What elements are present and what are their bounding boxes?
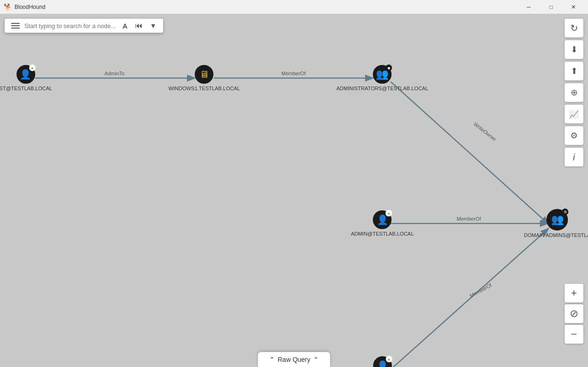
node-circle-user-admin: 👤 ● xyxy=(373,210,392,229)
main-area: A ⏮ ▼ AdminTo MemberOf WriteOwner Member… xyxy=(0,14,588,367)
raw-query-bar[interactable]: ⌃ Raw Query ⌃ xyxy=(258,352,330,367)
raw-query-chevron-up: ⌃ xyxy=(269,356,275,363)
node-label-user-st: ST@TESTLAB.LOCAL xyxy=(0,86,52,91)
edge-label-adminto: AdminTo xyxy=(105,71,125,76)
edge-label-memberof-1: MemberOf xyxy=(281,71,306,76)
hamburger-line-1 xyxy=(11,23,20,24)
node-badge-administrator: ● xyxy=(386,356,392,362)
upload-button[interactable]: ⬆ xyxy=(565,62,583,80)
node-label-admin: ADMIN@TESTLAB.LOCAL xyxy=(351,231,414,237)
maximize-button[interactable]: □ xyxy=(540,0,562,14)
node-circle-user-st: 👤 ● xyxy=(16,65,35,84)
titlebar-controls: ─ □ ✕ xyxy=(518,0,584,14)
node-label-domain-admins: DOMAIN ADMINS@TESTLA xyxy=(524,232,588,238)
font-size-button[interactable]: A xyxy=(120,21,130,31)
zoom-out-button[interactable]: − xyxy=(565,325,583,344)
node-circle-administrator: 👤 ● xyxy=(373,356,392,367)
settings-button[interactable]: ⚙ xyxy=(565,126,583,145)
zoom-controls: + ⊘ − xyxy=(565,284,583,344)
node-badge-user-st: ● xyxy=(29,65,36,71)
locate-button[interactable]: ⊕ xyxy=(565,83,583,102)
group-domain-admins-icon: 👥 xyxy=(551,214,564,226)
user-st-icon: 👤 xyxy=(20,69,31,80)
graph-edges xyxy=(0,14,588,367)
filter-button[interactable]: ▼ xyxy=(147,21,159,30)
node-badge-user-admin: ● xyxy=(386,210,392,216)
node-user-admin[interactable]: 👤 ● ADMIN@TESTLAB.LOCAL xyxy=(351,210,414,237)
node-label-windows1: WINDOWS1.TESTLAB.LOCAL xyxy=(169,86,240,91)
right-panel: ↻ ⬇ ⬆ ⊕ 📈 ⚙ i xyxy=(565,19,583,166)
titlebar-left: 🐕 BloodHound xyxy=(4,3,45,11)
node-computer-windows1[interactable]: 🖥 WINDOWS1.TESTLAB.LOCAL xyxy=(169,65,240,91)
download-db-button[interactable]: ⬇ xyxy=(565,40,583,59)
zoom-reset-button[interactable]: ⊘ xyxy=(565,304,583,323)
close-button[interactable]: ✕ xyxy=(563,0,584,14)
node-user-st[interactable]: 👤 ● ST@TESTLAB.LOCAL xyxy=(0,65,52,91)
menu-button[interactable] xyxy=(8,22,22,29)
raw-query-label: Raw Query xyxy=(278,356,310,363)
node-label-administrators: ADMINISTRATORS@TESTLAB.LOCAL xyxy=(337,86,429,91)
computer-icon: 🖥 xyxy=(200,69,209,80)
edge-label-writeowner: WriteOwner xyxy=(473,121,497,142)
app-icon: 🐕 xyxy=(4,3,12,11)
minimize-button[interactable]: ─ xyxy=(518,0,539,14)
raw-query-chevron-up-2: ⌃ xyxy=(313,356,319,363)
node-badge-domain-admins: ⚙ xyxy=(562,209,568,215)
node-circle-administrators: 👥 ◆ xyxy=(373,65,392,84)
node-group-administrators[interactable]: 👥 ◆ ADMINISTRATORS@TESTLAB.LOCAL xyxy=(337,65,429,91)
node-circle-domain-admins: 👥 ⚙ xyxy=(546,209,568,230)
edge-memberof-3 xyxy=(391,229,548,367)
info-button[interactable]: i xyxy=(565,148,583,166)
hamburger-line-2 xyxy=(11,25,20,26)
toolbar: A ⏮ ▼ xyxy=(5,19,163,33)
zoom-in-button[interactable]: + xyxy=(565,284,583,302)
edge-label-memberof-2: MemberOf xyxy=(457,216,481,222)
titlebar-title: BloodHound xyxy=(14,4,45,10)
chart-button[interactable]: 📈 xyxy=(565,105,583,123)
refresh-button[interactable]: ↻ xyxy=(565,19,583,37)
node-badge-administrators: ◆ xyxy=(386,65,392,71)
edge-label-memberof-3: MemberOf xyxy=(468,282,493,298)
node-circle-computer-windows1: 🖥 xyxy=(195,65,214,84)
node-group-domain-admins[interactable]: 👥 ⚙ DOMAIN ADMINS@TESTLA xyxy=(524,209,588,238)
titlebar: 🐕 BloodHound ─ □ ✕ xyxy=(0,0,588,14)
edge-writeowner xyxy=(391,82,548,223)
hamburger-line-3 xyxy=(11,28,20,29)
node-user-administrator[interactable]: 👤 ● ADMINISTRATOR@TESTLAB.LOCAL xyxy=(338,356,426,367)
back-to-start-button[interactable]: ⏮ xyxy=(132,21,145,31)
search-input[interactable] xyxy=(24,22,118,29)
